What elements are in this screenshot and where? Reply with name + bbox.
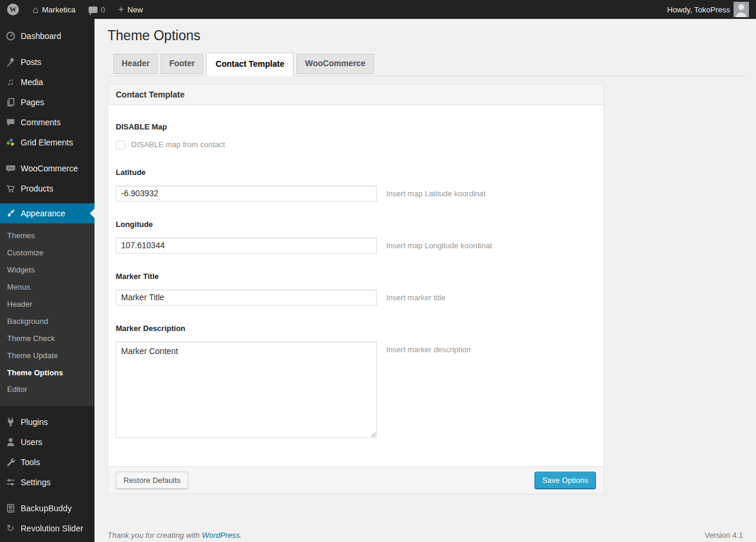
latitude-input[interactable]	[116, 186, 377, 202]
pages-icon	[0, 97, 21, 108]
user-icon	[0, 437, 21, 447]
disable-map-label: DISABLE Map	[116, 122, 596, 131]
new-label: New	[128, 5, 143, 14]
sidebar-item-plugins[interactable]: Plugins	[0, 412, 94, 432]
wordpress-logo-icon: W	[7, 4, 19, 15]
admin-bar: W ⌂ Marketica 0 + New Howdy, TokoPress	[0, 0, 756, 19]
comment-count: 0	[101, 5, 105, 14]
menu-separator	[0, 152, 94, 158]
sidebar-item-settings[interactable]: Settings	[0, 472, 94, 492]
sidebar-item-media[interactable]: ♫ Media	[0, 72, 94, 92]
woocommerce-icon: Woo	[0, 163, 21, 174]
panel-footer: Restore Defaults Save Options	[107, 466, 604, 495]
home-icon: ⌂	[32, 5, 38, 15]
admin-bar-right: Howdy, TokoPress	[661, 0, 756, 19]
sliders-icon	[0, 477, 21, 488]
tab-woocommerce[interactable]: WooCommerce	[296, 54, 373, 74]
menu-separator	[0, 406, 94, 412]
page-title: Theme Options	[107, 24, 744, 47]
panel-body: DISABLE Map DISABLE map from contact Lat…	[107, 105, 604, 466]
footer-version: Version 4.1	[705, 531, 743, 540]
brush-icon	[0, 208, 21, 219]
howdy-label: Howdy, TokoPress	[667, 5, 730, 14]
longitude-label: Longitude	[116, 220, 596, 229]
marker-description-textarea[interactable]: Marker Content	[116, 342, 377, 438]
longitude-field: Longitude Insert map Longitude koordinat	[116, 220, 596, 254]
submenu-item-editor[interactable]: Editor	[0, 381, 94, 398]
backup-drive-icon	[0, 503, 21, 514]
submenu-item-themes[interactable]: Themes	[0, 228, 94, 245]
comment-bubble-icon	[89, 7, 97, 13]
wp-logo-menu[interactable]: W	[0, 0, 26, 19]
latitude-field: Latitude Insert map Latitude koordinat	[116, 168, 596, 202]
restore-defaults-button[interactable]: Restore Defaults	[116, 472, 188, 489]
plus-icon: +	[118, 4, 124, 14]
submenu-item-customize[interactable]: Customize	[0, 245, 94, 262]
disable-map-field: DISABLE Map DISABLE map from contact	[116, 122, 596, 150]
tab-header[interactable]: Header	[113, 54, 158, 74]
submenu-item-header[interactable]: Header	[0, 296, 94, 313]
marker-description-helper-text: Insert marker description	[386, 342, 471, 354]
marker-title-input[interactable]	[116, 290, 377, 306]
menu-separator	[0, 199, 94, 203]
marker-description-label: Marker Description	[116, 324, 596, 333]
menu-separator	[0, 46, 94, 52]
admin-sidebar-menu: Dashboard Posts ♫ Media Pages Comments G…	[0, 19, 94, 542]
submenu-item-menus[interactable]: Menus	[0, 279, 94, 296]
pushpin-icon	[0, 57, 21, 67]
disable-map-checkbox-label: DISABLE map from contact	[131, 140, 225, 149]
user-avatar	[734, 2, 749, 17]
site-name-label: Marketica	[42, 5, 75, 14]
plugin-icon	[0, 417, 21, 427]
sidebar-item-tools[interactable]: Tools	[0, 452, 94, 472]
media-icon: ♫	[0, 76, 21, 89]
main-content: Theme Options Header Footer Contact Temp…	[94, 0, 756, 542]
sidebar-item-woocommerce[interactable]: Woo WooCommerce	[0, 158, 94, 178]
grid-elements-icon	[0, 137, 21, 148]
appearance-submenu: Themes Customize Widgets Menus Header Ba…	[0, 223, 94, 406]
sidebar-item-punch-fonts[interactable]: A Punch Fonts	[0, 538, 94, 542]
disable-map-checkbox[interactable]	[116, 140, 125, 150]
submenu-item-theme-options[interactable]: Theme Options	[0, 365, 94, 382]
marker-title-field: Marker Title Insert marker title	[116, 272, 596, 306]
latitude-label: Latitude	[116, 168, 596, 177]
my-account-menu[interactable]: Howdy, TokoPress	[661, 0, 756, 19]
marker-title-label: Marker Title	[116, 272, 596, 281]
wrench-icon	[0, 457, 21, 468]
tab-footer[interactable]: Footer	[161, 54, 203, 74]
latitude-helper-text: Insert map Latitude koordinat	[386, 186, 485, 198]
svg-text:Woo: Woo	[7, 166, 13, 170]
comment-icon	[0, 117, 21, 128]
longitude-input[interactable]	[116, 238, 377, 254]
sidebar-item-appearance[interactable]: Appearance	[0, 203, 94, 223]
submenu-item-theme-check[interactable]: Theme Check	[0, 330, 94, 348]
contact-template-panel: Contact Template DISABLE Map DISABLE map…	[107, 84, 604, 495]
sidebar-item-users[interactable]: Users	[0, 432, 94, 452]
marker-title-helper-text: Insert marker title	[386, 290, 445, 302]
site-name-menu[interactable]: ⌂ Marketica	[26, 0, 82, 19]
cart-icon	[0, 183, 21, 194]
menu-separator	[0, 492, 94, 498]
sidebar-item-revolution-slider[interactable]: ↻ Revolution Slider	[0, 518, 94, 538]
submenu-item-background[interactable]: Background	[0, 313, 94, 330]
page-footer: Thank you for creating with WordPress. V…	[107, 526, 744, 542]
sidebar-item-pages[interactable]: Pages	[0, 92, 94, 112]
refresh-arrows-icon: ↻	[0, 522, 21, 535]
comments-menu[interactable]: 0	[82, 0, 112, 19]
longitude-helper-text: Insert map Longitude koordinat	[386, 238, 492, 250]
submenu-item-widgets[interactable]: Widgets	[0, 262, 94, 279]
sidebar-item-posts[interactable]: Posts	[0, 52, 94, 72]
sidebar-item-comments[interactable]: Comments	[0, 112, 94, 132]
submenu-item-theme-update[interactable]: Theme Update	[0, 348, 94, 365]
theme-options-tabs: Header Footer Contact Template WooCommer…	[107, 53, 744, 76]
wordpress-link[interactable]: WordPress	[202, 531, 240, 540]
admin-bar-left: W ⌂ Marketica 0 + New	[0, 0, 149, 19]
sidebar-item-products[interactable]: Products	[0, 178, 94, 199]
save-options-button[interactable]: Save Options	[535, 472, 596, 489]
new-content-menu[interactable]: + New	[112, 0, 149, 19]
sidebar-item-dashboard[interactable]: Dashboard	[0, 26, 94, 46]
sidebar-item-grid-elements[interactable]: Grid Elements	[0, 132, 94, 152]
tab-contact-template[interactable]: Contact Template	[206, 53, 294, 76]
disable-map-checkbox-row: DISABLE map from contact	[116, 140, 596, 150]
sidebar-item-backupbuddy[interactable]: BackupBuddy	[0, 498, 94, 518]
